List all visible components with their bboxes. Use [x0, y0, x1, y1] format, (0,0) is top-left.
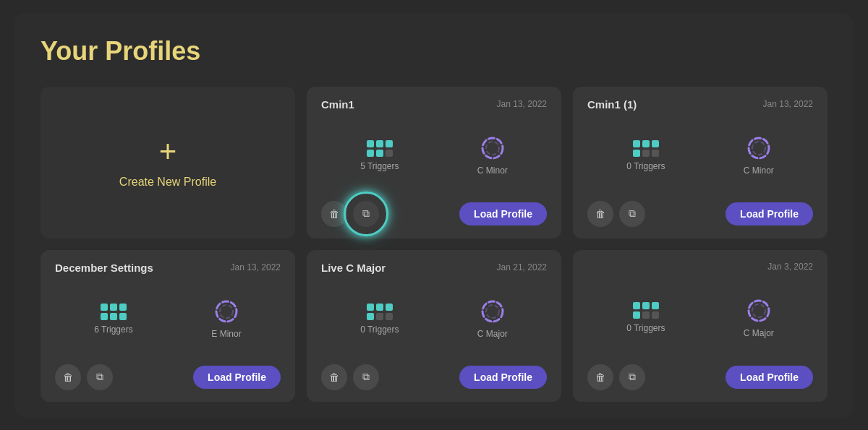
trigger-cell — [376, 140, 383, 147]
triggers-info-december: 6 Triggers — [94, 304, 132, 335]
card-footer-live-c-major: 🗑 ⧉ Load Profile — [321, 364, 547, 390]
trigger-grid-december — [101, 304, 127, 320]
trigger-cell — [376, 304, 383, 311]
trigger-cell — [652, 150, 659, 157]
triggers-info-cmin1-1: 0 Triggers — [626, 140, 665, 171]
card-name-cmin1-1: Cmin1 (1) — [587, 98, 637, 111]
card-name-cmin1: Cmin1 — [321, 98, 354, 111]
key-info-december: E Minor — [211, 298, 241, 339]
trigger-cell — [633, 311, 640, 319]
main-container: Your Profiles + Create New Profile Cmin1… — [14, 13, 854, 418]
card-date-live-c-major: Jan 21, 2022 — [497, 262, 547, 272]
load-profile-button-december[interactable]: Load Profile — [193, 366, 281, 389]
trigger-cell — [367, 150, 374, 157]
trigger-cell — [633, 302, 640, 309]
key-icon-cmin1 — [480, 135, 506, 161]
delete-button-untitled[interactable]: 🗑 — [587, 364, 613, 390]
trigger-grid-untitled — [633, 302, 659, 319]
trigger-cell — [376, 150, 383, 157]
delete-button-cmin1-1[interactable]: 🗑 — [587, 201, 613, 227]
triggers-label-december: 6 Triggers — [94, 324, 132, 335]
trigger-cell — [642, 311, 650, 319]
create-new-card[interactable]: + Create New Profile — [41, 87, 295, 238]
copy-button-live-c-major[interactable]: ⧉ — [353, 364, 379, 390]
card-footer-untitled: 🗑 ⧉ Load Profile — [587, 364, 813, 390]
card-date-cmin1: Jan 13, 2022 — [497, 99, 547, 109]
trigger-cell — [101, 304, 108, 311]
trigger-grid-live-c-major — [367, 304, 393, 320]
load-profile-button-cmin1[interactable]: Load Profile — [459, 202, 547, 225]
trigger-cell — [367, 304, 374, 311]
triggers-info-live-c-major: 0 Triggers — [360, 304, 399, 335]
action-buttons-cmin1: 🗑 ⧉ — [321, 201, 379, 227]
card-content-cmin1: 5 Triggers C Minor — [321, 121, 547, 191]
trigger-cell — [101, 313, 108, 320]
profile-card-untitled: Jan 3, 2022 0 Triggers — [573, 250, 827, 402]
trigger-cell — [376, 313, 383, 320]
card-date-december: Jan 13, 2022 — [231, 262, 281, 272]
card-name-live-c-major: Live C Major — [321, 262, 386, 274]
trigger-grid-cmin1-1 — [633, 140, 659, 157]
trigger-cell — [367, 140, 374, 147]
create-new-label: Create New Profile — [119, 176, 216, 189]
triggers-label-cmin1-1: 0 Triggers — [626, 161, 665, 171]
profile-card-cmin1: Cmin1 Jan 13, 2022 5 Triggers — [307, 87, 561, 238]
svg-point-3 — [752, 142, 765, 155]
trigger-cell — [367, 313, 374, 320]
delete-button-cmin1[interactable]: 🗑 — [321, 201, 347, 227]
action-buttons-december: 🗑 ⧉ — [55, 364, 113, 390]
card-content-december: 6 Triggers E Minor — [55, 284, 281, 354]
card-date-cmin1-1: Jan 13, 2022 — [763, 99, 813, 109]
card-footer-december: 🗑 ⧉ Load Profile — [55, 364, 281, 390]
action-buttons-untitled: 🗑 ⧉ — [587, 364, 645, 390]
triggers-label-untitled: 0 Triggers — [626, 323, 665, 333]
key-label-untitled: C Major — [744, 328, 774, 338]
key-info-live-c-major: C Major — [477, 298, 508, 339]
svg-point-1 — [486, 142, 499, 155]
copy-button-cmin1[interactable]: ⧉ — [353, 201, 379, 227]
load-profile-button-cmin1-1[interactable]: Load Profile — [726, 202, 813, 225]
triggers-info-untitled: 0 Triggers — [626, 302, 665, 333]
key-label-live-c-major: C Major — [477, 329, 508, 339]
page-title: Your Profiles — [41, 36, 827, 66]
trigger-cell — [642, 302, 650, 309]
svg-point-7 — [486, 305, 499, 318]
card-header-cmin1: Cmin1 Jan 13, 2022 — [321, 98, 547, 111]
card-footer-cmin1-1: 🗑 ⧉ Load Profile — [587, 201, 813, 227]
trigger-cell — [642, 140, 650, 147]
trigger-cell — [386, 304, 393, 311]
key-icon-cmin1-1 — [746, 135, 772, 161]
card-header-live-c-major: Live C Major Jan 21, 2022 — [321, 262, 547, 274]
card-name-december: December Settings — [55, 262, 153, 274]
card-date-untitled: Jan 3, 2022 — [767, 262, 813, 272]
trigger-cell — [110, 313, 117, 320]
card-footer-cmin1: 🗑 ⧉ Load Profile — [321, 201, 547, 227]
key-info-cmin1-1: C Minor — [744, 135, 774, 176]
copy-button-december[interactable]: ⧉ — [87, 364, 113, 390]
trigger-cell — [652, 140, 659, 147]
action-buttons-cmin1-1: 🗑 ⧉ — [587, 201, 645, 227]
delete-button-live-c-major[interactable]: 🗑 — [321, 364, 347, 390]
copy-button-cmin1-1[interactable]: ⧉ — [619, 201, 645, 227]
trigger-cell — [386, 150, 393, 157]
profile-card-cmin1-1: Cmin1 (1) Jan 13, 2022 0 Triggers — [573, 87, 827, 238]
profiles-grid: + Create New Profile Cmin1 Jan 13, 2022 — [41, 87, 827, 402]
plus-icon: + — [159, 137, 177, 167]
load-profile-button-untitled[interactable]: Load Profile — [726, 366, 813, 389]
card-header-december: December Settings Jan 13, 2022 — [55, 262, 281, 274]
trigger-cell — [386, 313, 393, 320]
trigger-cell — [633, 140, 640, 147]
trigger-cell — [652, 311, 659, 319]
delete-button-december[interactable]: 🗑 — [55, 364, 81, 390]
card-header-cmin1-1: Cmin1 (1) Jan 13, 2022 — [587, 98, 813, 111]
key-label-december: E Minor — [211, 329, 241, 339]
profile-card-live-c-major: Live C Major Jan 21, 2022 0 Triggers — [307, 250, 561, 402]
triggers-label-cmin1: 5 Triggers — [360, 161, 399, 171]
key-icon-live-c-major — [480, 298, 506, 324]
trigger-cell — [110, 304, 117, 311]
copy-button-untitled[interactable]: ⧉ — [619, 364, 645, 390]
key-label-cmin1: C Minor — [477, 165, 508, 176]
card-content-untitled: 0 Triggers C Major — [587, 282, 813, 354]
key-info-untitled: C Major — [744, 298, 774, 338]
load-profile-button-live-c-major[interactable]: Load Profile — [459, 366, 547, 389]
